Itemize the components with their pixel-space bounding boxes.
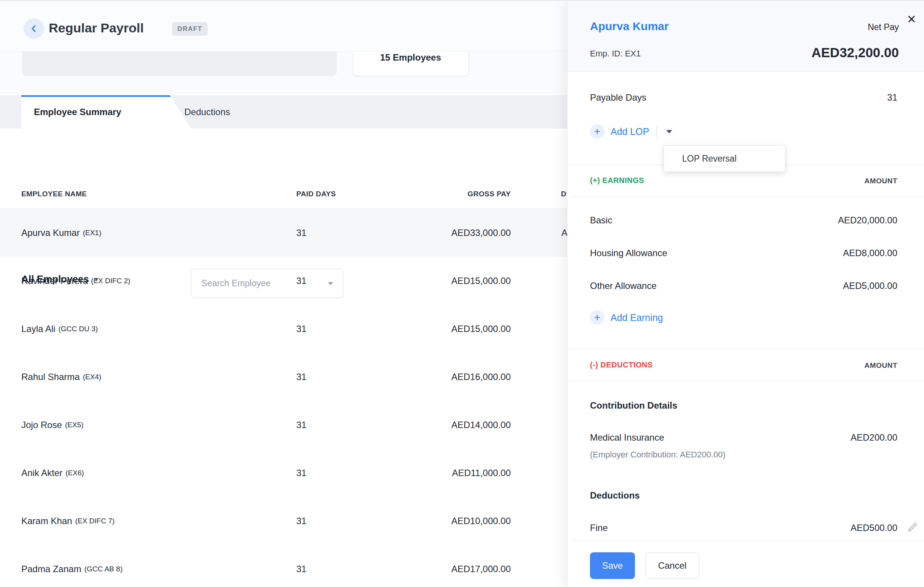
- page-title: Regular Payroll: [49, 21, 144, 35]
- employee-name-cell: Layla Ali(GCC DU 3): [21, 305, 98, 353]
- divider: [570, 540, 924, 541]
- employee-name-cell: Anik Akter(EX6): [21, 449, 84, 497]
- paid-days-cell: 31: [296, 305, 307, 353]
- earning-amount: AED20,000.00: [838, 215, 898, 226]
- table-header: EMPLOYEE NAME PAID DAYS GROSS PAY D: [0, 181, 567, 209]
- status-badge: DRAFT: [172, 22, 208, 36]
- column-deductions-partial: D: [561, 190, 566, 198]
- earnings-section-header: (+) EARNINGS: [590, 176, 644, 185]
- table-row[interactable]: Ravinder Perera(EX DIFC 2) 31 AED15,000.…: [0, 257, 567, 305]
- employees-count-card[interactable]: 15 Employees: [353, 51, 469, 76]
- employee-name-cell: Ravinder Perera(EX DIFC 2): [21, 257, 130, 305]
- paid-days-cell: 31: [296, 545, 307, 587]
- gross-pay-cell: AED10,000.00: [451, 497, 511, 545]
- table-row[interactable]: Jojo Rose(EX5) 31 AED14,000.00: [0, 401, 567, 449]
- employee-name-cell: Rahul Sharma(EX4): [21, 353, 101, 401]
- net-pay-value: AED32,200.00: [811, 45, 899, 60]
- divider: [657, 126, 657, 137]
- table-row[interactable]: Layla Ali(GCC DU 3) 31 AED15,000.00: [0, 305, 567, 353]
- table-row[interactable]: Anik Akter(EX6) 31 AED11,000.00: [0, 449, 567, 497]
- back-button[interactable]: [24, 18, 44, 39]
- employer-contribution-note: (Employer Contribution: AED200.00): [590, 450, 726, 460]
- deduction-amount: AED500.00: [850, 523, 898, 533]
- employee-table: Apurva Kumar(EX1) 31 AED33,000.00 A Ravi…: [0, 209, 567, 587]
- plus-icon: +: [590, 124, 604, 139]
- earning-label: Housing Allowance: [590, 248, 667, 258]
- gross-pay-cell: AED14,000.00: [451, 401, 511, 449]
- divider: [570, 381, 924, 381]
- deductions-section-header: (-) DEDUCTIONS: [590, 360, 653, 369]
- divider: [570, 196, 924, 197]
- deductions-subsection-title: Deductions: [590, 490, 640, 501]
- deductions-amount-header: AMOUNT: [865, 361, 898, 370]
- employee-name-cell: Padma Zanam(GCC AB 8): [21, 545, 123, 587]
- employee-name-cell: Karam Khan(EX DIFC 7): [21, 497, 115, 545]
- employee-name-cell: Apurva Kumar(EX1): [21, 209, 101, 257]
- gross-pay-cell: AED15,000.00: [451, 257, 511, 305]
- summary-card-clipped: [22, 51, 337, 76]
- earning-amount: AED5,000.00: [843, 281, 898, 291]
- employee-name-cell: Jojo Rose(EX5): [21, 401, 83, 449]
- earning-amount: AED8,000.00: [843, 248, 898, 258]
- earnings-amount-header: AMOUNT: [865, 177, 898, 185]
- save-button[interactable]: Save: [590, 552, 635, 579]
- paid-days-cell: 31: [296, 353, 307, 401]
- menu-item-lop-reversal[interactable]: LOP Reversal: [663, 145, 785, 172]
- close-icon[interactable]: ✕: [907, 14, 916, 25]
- top-bar: Regular Payroll DRAFT: [0, 1, 567, 51]
- paid-days-cell: 31: [296, 401, 307, 449]
- deduction-label: Medical Insurance: [590, 432, 664, 443]
- tab-label: Employee Summary: [34, 95, 121, 129]
- paid-days-cell: 31: [296, 449, 307, 497]
- payable-days-label: Payable Days: [590, 92, 646, 103]
- column-paid-days: PAID DAYS: [296, 190, 336, 198]
- add-lop-button[interactable]: + Add LOP: [590, 124, 672, 139]
- employee-id: Emp. ID: EX1: [590, 49, 641, 59]
- employee-name-link[interactable]: Apurva Kumar: [590, 20, 669, 33]
- payable-days-value: 31: [887, 92, 898, 103]
- edit-icon[interactable]: [907, 522, 918, 534]
- filter-row: All Employees Search Employee: [0, 129, 567, 181]
- earning-label: Other Allowance: [590, 281, 657, 291]
- paid-days-cell: 31: [296, 209, 307, 257]
- gross-pay-cell: AED17,000.00: [451, 545, 511, 587]
- plus-icon: +: [590, 310, 604, 325]
- deduction-label: Fine: [590, 523, 608, 533]
- divider: [570, 349, 924, 349]
- column-gross-pay: GROSS PAY: [468, 190, 511, 198]
- gross-pay-cell: AED16,000.00: [451, 353, 511, 401]
- chevron-down-icon[interactable]: [666, 130, 672, 134]
- table-row[interactable]: Padma Zanam(GCC AB 8) 31 AED17,000.00: [0, 545, 567, 587]
- payroll-app: 15 Employees Regular Payroll DRAFT Emplo…: [0, 0, 924, 587]
- table-row[interactable]: Rahul Sharma(EX4) 31 AED16,000.00: [0, 353, 567, 401]
- net-pay-label: Net Pay: [868, 22, 899, 32]
- gross-pay-cell: AED33,000.00: [451, 209, 511, 257]
- contribution-details-title: Contribution Details: [590, 400, 677, 411]
- paid-days-cell: 31: [296, 257, 307, 305]
- gross-pay-cell: AED15,000.00: [451, 305, 511, 353]
- paid-days-cell: 31: [296, 497, 307, 545]
- tab-employee-summary[interactable]: Employee Summary: [21, 95, 191, 129]
- cancel-button[interactable]: Cancel: [645, 552, 699, 579]
- deduction-partial-cell: A: [561, 209, 568, 257]
- chevron-left-icon: [28, 23, 39, 34]
- add-earning-button[interactable]: + Add Earning: [590, 310, 663, 325]
- add-earning-label: Add Earning: [610, 312, 663, 323]
- add-lop-label: Add LOP: [610, 126, 649, 137]
- panel-header: Apurva Kumar Net Pay Emp. ID: EX1 AED32,…: [568, 1, 924, 72]
- gross-pay-cell: AED11,000.00: [452, 449, 511, 497]
- main-area: 15 Employees Regular Payroll DRAFT Emplo…: [0, 1, 567, 587]
- employee-detail-panel: Apurva Kumar Net Pay Emp. ID: EX1 AED32,…: [567, 1, 924, 587]
- column-employee-name: EMPLOYEE NAME: [21, 190, 87, 198]
- table-row[interactable]: Apurva Kumar(EX1) 31 AED33,000.00 A: [0, 209, 567, 257]
- earning-label: Basic: [590, 215, 612, 226]
- deduction-amount: AED200.00: [850, 432, 898, 443]
- table-row[interactable]: Karam Khan(EX DIFC 7) 31 AED10,000.00: [0, 497, 567, 545]
